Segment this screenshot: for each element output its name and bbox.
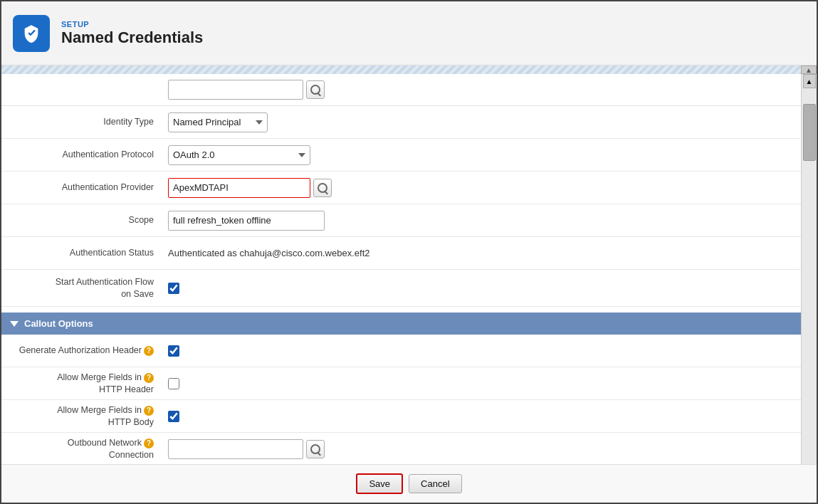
main-window: SETUP Named Credentials ▲ Identity Type (0, 0, 818, 504)
save-button[interactable]: Save (356, 473, 403, 494)
identity-type-select[interactable]: Named Principal Per User (168, 112, 268, 132)
header-icon (13, 15, 50, 52)
outbound-network-lookup-icon (310, 444, 320, 454)
top-hidden-input[interactable] (168, 80, 303, 100)
shield-icon (21, 23, 41, 43)
top-lookup-button[interactable] (306, 80, 325, 99)
auth-provider-lookup-icon (318, 183, 327, 193)
start-auth-flow-row: Start Authentication Flow on Save (1, 270, 801, 307)
start-auth-flow-control (165, 283, 801, 294)
allow-merge-http-header-row: Allow Merge Fields in? HTTP Header (1, 367, 801, 400)
auth-provider-label: Authentication Provider (1, 182, 165, 193)
auth-protocol-select[interactable]: OAuth 2.0 Password No Authentication JWT (168, 145, 310, 165)
auth-protocol-label: Authentication Protocol (1, 149, 165, 160)
top-row-control (165, 80, 801, 100)
outbound-network-label: Outbound Network? Connection (1, 437, 165, 461)
start-auth-flow-label: Start Authentication Flow on Save (1, 276, 165, 300)
outbound-network-lookup-button[interactable] (306, 440, 325, 458)
scope-label: Scope (1, 214, 165, 226)
footer: Save Cancel (1, 464, 817, 503)
auth-status-label: Authentication Status (1, 247, 165, 258)
scroll-up-button[interactable]: ▲ (801, 65, 817, 74)
scrollbar-thumb[interactable] (803, 104, 816, 161)
auth-status-control: Authenticated as chahuja@cisco.com.webex… (165, 248, 801, 258)
callout-options-label: Callout Options (24, 318, 93, 329)
setup-label: SETUP (61, 20, 203, 28)
start-auth-flow-checkbox[interactable] (168, 283, 179, 294)
scope-row: Scope (1, 204, 801, 237)
generate-auth-header-label: Generate Authorization Header? (1, 345, 165, 356)
scroll-up-arrow[interactable]: ▲ (803, 74, 816, 88)
header-text-block: SETUP Named Credentials (61, 20, 203, 47)
auth-protocol-row: Authentication Protocol OAuth 2.0 Passwo… (1, 139, 801, 172)
allow-merge-http-body-control (165, 411, 801, 422)
auth-provider-row: Authentication Provider (1, 172, 801, 204)
allow-merge-http-header-control (165, 378, 801, 389)
auth-provider-lookup-button[interactable] (313, 179, 332, 197)
allow-merge-http-body-row: Allow Merge Fields in? HTTP Body (1, 400, 801, 433)
outbound-network-help-icon[interactable]: ? (144, 439, 154, 448)
generate-auth-header-help-icon[interactable]: ? (144, 346, 154, 356)
allow-merge-http-header-help-icon[interactable]: ? (144, 373, 154, 383)
outbound-network-control (165, 439, 801, 459)
scope-control (165, 211, 801, 231)
auth-status-row: Authentication Status Authenticated as c… (1, 237, 801, 270)
auth-provider-control (165, 178, 801, 198)
generate-auth-header-row: Generate Authorization Header? (1, 335, 801, 367)
outbound-network-input[interactable] (168, 439, 303, 459)
generate-auth-header-checkbox[interactable] (168, 345, 179, 357)
identity-type-control: Named Principal Per User (165, 112, 801, 132)
auth-provider-input[interactable] (168, 178, 310, 198)
top-hidden-row (1, 74, 801, 106)
identity-type-row: Identity Type Named Principal Per User (1, 106, 801, 139)
main-content: Identity Type Named Principal Per User A… (1, 74, 817, 464)
generate-auth-header-control (165, 345, 801, 357)
allow-merge-http-header-label: Allow Merge Fields in? HTTP Header (1, 372, 165, 395)
page-header: SETUP Named Credentials (1, 1, 817, 65)
allow-merge-http-body-checkbox[interactable] (168, 411, 179, 422)
allow-merge-http-body-help-icon[interactable]: ? (144, 406, 154, 416)
cancel-button[interactable]: Cancel (409, 474, 461, 493)
allow-merge-http-body-label: Allow Merge Fields in? HTTP Body (1, 404, 165, 428)
scrollbar[interactable]: ▲ (801, 74, 817, 464)
top-lookup-icon (310, 85, 320, 95)
auth-status-value: Authenticated as chahuja@cisco.com.webex… (168, 248, 369, 258)
outbound-network-row: Outbound Network? Connection (1, 433, 801, 464)
section-collapse-icon[interactable] (10, 321, 19, 327)
identity-type-label: Identity Type (1, 116, 165, 127)
page-title: Named Credentials (61, 28, 203, 47)
auth-protocol-control: OAuth 2.0 Password No Authentication JWT (165, 145, 801, 165)
scope-input[interactable] (168, 211, 325, 231)
allow-merge-http-header-checkbox[interactable] (168, 378, 179, 389)
deco-bar: ▲ (1, 65, 817, 74)
form-area: Identity Type Named Principal Per User A… (1, 74, 801, 464)
callout-options-header: Callout Options (1, 313, 801, 335)
